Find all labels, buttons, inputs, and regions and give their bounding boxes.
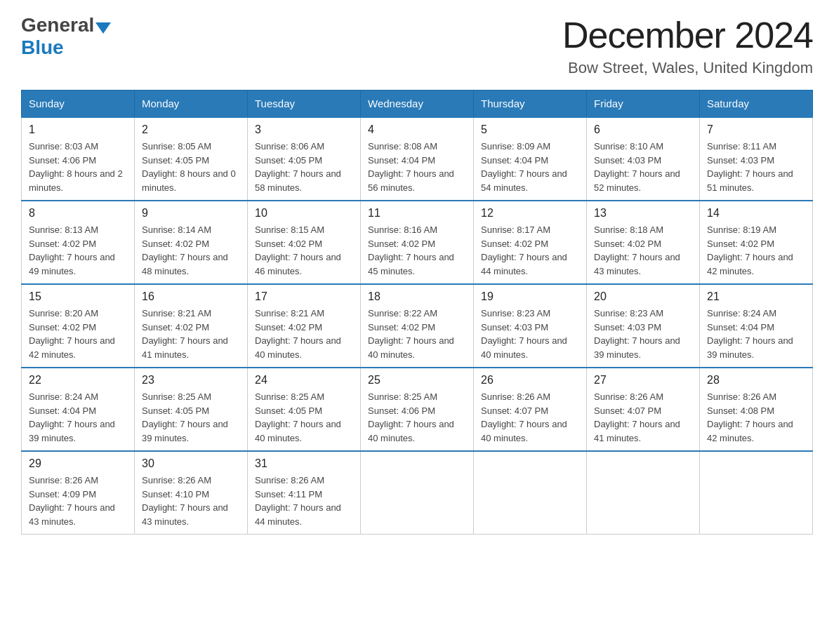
day-number: 30 <box>142 457 240 470</box>
day-number: 23 <box>142 374 240 387</box>
calendar-cell: 1 Sunrise: 8:03 AMSunset: 4:06 PMDayligh… <box>22 117 135 201</box>
calendar-cell: 8 Sunrise: 8:13 AMSunset: 4:02 PMDayligh… <box>22 201 135 284</box>
day-header-thursday: Thursday <box>474 90 587 118</box>
days-header-row: SundayMondayTuesdayWednesdayThursdayFrid… <box>22 90 813 118</box>
day-info: Sunrise: 8:19 AMSunset: 4:02 PMDaylight:… <box>707 223 805 278</box>
calendar-cell: 29 Sunrise: 8:26 AMSunset: 4:09 PMDaylig… <box>22 451 135 535</box>
day-info: Sunrise: 8:23 AMSunset: 4:03 PMDaylight:… <box>594 307 692 361</box>
calendar-cell: 2 Sunrise: 8:05 AMSunset: 4:05 PMDayligh… <box>135 117 248 201</box>
day-info: Sunrise: 8:23 AMSunset: 4:03 PMDaylight:… <box>481 307 579 361</box>
day-info: Sunrise: 8:26 AMSunset: 4:07 PMDaylight:… <box>594 390 692 445</box>
day-info: Sunrise: 8:26 AMSunset: 4:08 PMDaylight:… <box>707 390 805 445</box>
logo: General Blue <box>21 14 111 59</box>
logo-triangle-icon <box>95 22 111 34</box>
day-info: Sunrise: 8:18 AMSunset: 4:02 PMDaylight:… <box>594 223 692 278</box>
calendar-cell <box>700 451 813 535</box>
day-number: 11 <box>368 207 466 220</box>
day-number: 28 <box>707 374 805 387</box>
day-number: 8 <box>29 207 127 220</box>
day-info: Sunrise: 8:21 AMSunset: 4:02 PMDaylight:… <box>255 307 353 361</box>
calendar-cell: 19 Sunrise: 8:23 AMSunset: 4:03 PMDaylig… <box>474 284 587 368</box>
day-number: 31 <box>255 457 353 470</box>
calendar-cell: 12 Sunrise: 8:17 AMSunset: 4:02 PMDaylig… <box>474 201 587 284</box>
day-header-tuesday: Tuesday <box>248 90 361 118</box>
day-info: Sunrise: 8:25 AMSunset: 4:05 PMDaylight:… <box>255 390 353 445</box>
day-header-saturday: Saturday <box>700 90 813 118</box>
day-info: Sunrise: 8:15 AMSunset: 4:02 PMDaylight:… <box>255 223 353 278</box>
calendar-cell: 3 Sunrise: 8:06 AMSunset: 4:05 PMDayligh… <box>248 117 361 201</box>
calendar-cell: 31 Sunrise: 8:26 AMSunset: 4:11 PMDaylig… <box>248 451 361 535</box>
day-number: 6 <box>594 123 692 136</box>
day-number: 4 <box>368 123 466 136</box>
calendar-cell: 16 Sunrise: 8:21 AMSunset: 4:02 PMDaylig… <box>135 284 248 368</box>
day-number: 16 <box>142 290 240 303</box>
week-row-4: 22 Sunrise: 8:24 AMSunset: 4:04 PMDaylig… <box>22 368 813 451</box>
day-info: Sunrise: 8:13 AMSunset: 4:02 PMDaylight:… <box>29 223 127 278</box>
calendar-cell <box>474 451 587 535</box>
day-number: 25 <box>368 374 466 387</box>
day-info: Sunrise: 8:22 AMSunset: 4:02 PMDaylight:… <box>368 307 466 361</box>
calendar-cell: 27 Sunrise: 8:26 AMSunset: 4:07 PMDaylig… <box>587 368 700 451</box>
day-header-monday: Monday <box>135 90 248 118</box>
calendar-cell: 5 Sunrise: 8:09 AMSunset: 4:04 PMDayligh… <box>474 117 587 201</box>
day-info: Sunrise: 8:05 AMSunset: 4:05 PMDaylight:… <box>142 140 240 194</box>
day-number: 19 <box>481 290 579 303</box>
day-info: Sunrise: 8:14 AMSunset: 4:02 PMDaylight:… <box>142 223 240 278</box>
day-number: 24 <box>255 374 353 387</box>
calendar-cell: 17 Sunrise: 8:21 AMSunset: 4:02 PMDaylig… <box>248 284 361 368</box>
main-title: December 2024 <box>562 14 813 56</box>
location-subtitle: Bow Street, Wales, United Kingdom <box>562 59 813 77</box>
day-number: 12 <box>481 207 579 220</box>
day-info: Sunrise: 8:11 AMSunset: 4:03 PMDaylight:… <box>707 140 805 194</box>
logo-blue-text: Blue <box>21 36 64 59</box>
day-info: Sunrise: 8:06 AMSunset: 4:05 PMDaylight:… <box>255 140 353 194</box>
calendar-table: SundayMondayTuesdayWednesdayThursdayFrid… <box>21 90 813 535</box>
title-section: December 2024 Bow Street, Wales, United … <box>562 14 813 77</box>
week-row-3: 15 Sunrise: 8:20 AMSunset: 4:02 PMDaylig… <box>22 284 813 368</box>
day-info: Sunrise: 8:24 AMSunset: 4:04 PMDaylight:… <box>707 307 805 361</box>
calendar-cell: 22 Sunrise: 8:24 AMSunset: 4:04 PMDaylig… <box>22 368 135 451</box>
day-info: Sunrise: 8:26 AMSunset: 4:09 PMDaylight:… <box>29 474 127 528</box>
day-number: 7 <box>707 123 805 136</box>
day-info: Sunrise: 8:26 AMSunset: 4:07 PMDaylight:… <box>481 390 579 445</box>
day-info: Sunrise: 8:21 AMSunset: 4:02 PMDaylight:… <box>142 307 240 361</box>
day-info: Sunrise: 8:26 AMSunset: 4:10 PMDaylight:… <box>142 474 240 528</box>
calendar-cell: 10 Sunrise: 8:15 AMSunset: 4:02 PMDaylig… <box>248 201 361 284</box>
day-number: 9 <box>142 207 240 220</box>
calendar-cell: 20 Sunrise: 8:23 AMSunset: 4:03 PMDaylig… <box>587 284 700 368</box>
calendar-cell: 11 Sunrise: 8:16 AMSunset: 4:02 PMDaylig… <box>361 201 474 284</box>
day-number: 14 <box>707 207 805 220</box>
calendar-cell: 23 Sunrise: 8:25 AMSunset: 4:05 PMDaylig… <box>135 368 248 451</box>
day-number: 17 <box>255 290 353 303</box>
calendar-cell <box>361 451 474 535</box>
day-number: 1 <box>29 123 127 136</box>
day-header-wednesday: Wednesday <box>361 90 474 118</box>
calendar-cell: 9 Sunrise: 8:14 AMSunset: 4:02 PMDayligh… <box>135 201 248 284</box>
calendar-cell: 6 Sunrise: 8:10 AMSunset: 4:03 PMDayligh… <box>587 117 700 201</box>
calendar-cell: 7 Sunrise: 8:11 AMSunset: 4:03 PMDayligh… <box>700 117 813 201</box>
calendar-cell: 18 Sunrise: 8:22 AMSunset: 4:02 PMDaylig… <box>361 284 474 368</box>
week-row-5: 29 Sunrise: 8:26 AMSunset: 4:09 PMDaylig… <box>22 451 813 535</box>
logo-general-text: General <box>21 14 94 36</box>
day-info: Sunrise: 8:25 AMSunset: 4:06 PMDaylight:… <box>368 390 466 445</box>
day-number: 20 <box>594 290 692 303</box>
day-number: 13 <box>594 207 692 220</box>
day-number: 22 <box>29 374 127 387</box>
calendar-cell: 28 Sunrise: 8:26 AMSunset: 4:08 PMDaylig… <box>700 368 813 451</box>
day-info: Sunrise: 8:03 AMSunset: 4:06 PMDaylight:… <box>29 140 127 194</box>
calendar-cell: 4 Sunrise: 8:08 AMSunset: 4:04 PMDayligh… <box>361 117 474 201</box>
calendar-cell: 26 Sunrise: 8:26 AMSunset: 4:07 PMDaylig… <box>474 368 587 451</box>
week-row-2: 8 Sunrise: 8:13 AMSunset: 4:02 PMDayligh… <box>22 201 813 284</box>
calendar-cell: 21 Sunrise: 8:24 AMSunset: 4:04 PMDaylig… <box>700 284 813 368</box>
day-info: Sunrise: 8:16 AMSunset: 4:02 PMDaylight:… <box>368 223 466 278</box>
day-number: 5 <box>481 123 579 136</box>
calendar-cell: 13 Sunrise: 8:18 AMSunset: 4:02 PMDaylig… <box>587 201 700 284</box>
day-number: 26 <box>481 374 579 387</box>
day-header-sunday: Sunday <box>22 90 135 118</box>
day-number: 21 <box>707 290 805 303</box>
day-number: 3 <box>255 123 353 136</box>
day-info: Sunrise: 8:09 AMSunset: 4:04 PMDaylight:… <box>481 140 579 194</box>
calendar-cell: 25 Sunrise: 8:25 AMSunset: 4:06 PMDaylig… <box>361 368 474 451</box>
day-number: 10 <box>255 207 353 220</box>
day-info: Sunrise: 8:08 AMSunset: 4:04 PMDaylight:… <box>368 140 466 194</box>
